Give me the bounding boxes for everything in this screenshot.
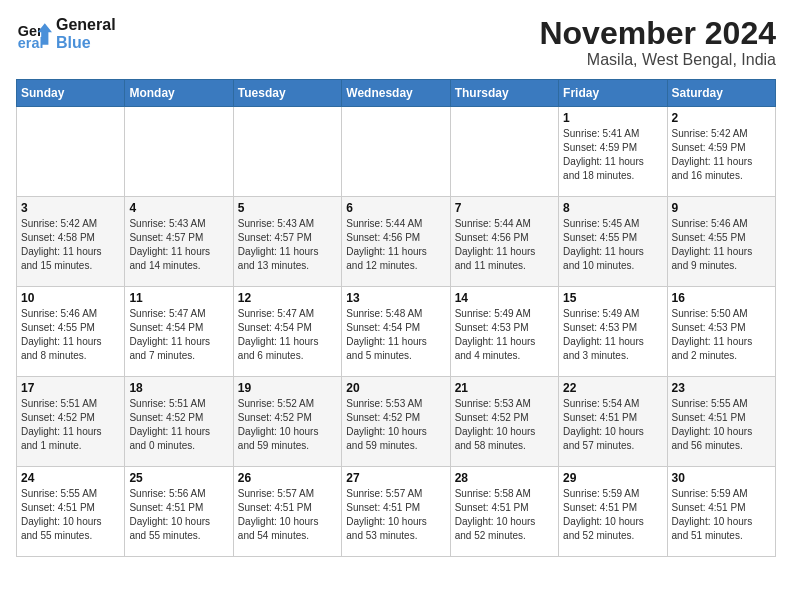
- day-number: 12: [238, 291, 337, 305]
- day-info: Sunrise: 5:57 AM Sunset: 4:51 PM Dayligh…: [346, 487, 445, 543]
- day-info: Sunrise: 5:43 AM Sunset: 4:57 PM Dayligh…: [238, 217, 337, 273]
- day-info: Sunrise: 5:57 AM Sunset: 4:51 PM Dayligh…: [238, 487, 337, 543]
- day-info: Sunrise: 5:56 AM Sunset: 4:51 PM Dayligh…: [129, 487, 228, 543]
- day-info: Sunrise: 5:49 AM Sunset: 4:53 PM Dayligh…: [563, 307, 662, 363]
- day-number: 7: [455, 201, 554, 215]
- day-number: 19: [238, 381, 337, 395]
- calendar-cell: 23Sunrise: 5:55 AM Sunset: 4:51 PM Dayli…: [667, 377, 775, 467]
- calendar-cell: 15Sunrise: 5:49 AM Sunset: 4:53 PM Dayli…: [559, 287, 667, 377]
- day-number: 26: [238, 471, 337, 485]
- calendar-cell: 7Sunrise: 5:44 AM Sunset: 4:56 PM Daylig…: [450, 197, 558, 287]
- calendar-cell: [342, 107, 450, 197]
- weekday-header-friday: Friday: [559, 80, 667, 107]
- day-number: 16: [672, 291, 771, 305]
- day-info: Sunrise: 5:44 AM Sunset: 4:56 PM Dayligh…: [346, 217, 445, 273]
- calendar-cell: 28Sunrise: 5:58 AM Sunset: 4:51 PM Dayli…: [450, 467, 558, 557]
- calendar-cell: 4Sunrise: 5:43 AM Sunset: 4:57 PM Daylig…: [125, 197, 233, 287]
- svg-text:eral: eral: [18, 35, 44, 51]
- day-info: Sunrise: 5:53 AM Sunset: 4:52 PM Dayligh…: [455, 397, 554, 453]
- day-info: Sunrise: 5:51 AM Sunset: 4:52 PM Dayligh…: [129, 397, 228, 453]
- calendar-cell: 29Sunrise: 5:59 AM Sunset: 4:51 PM Dayli…: [559, 467, 667, 557]
- calendar-cell: 24Sunrise: 5:55 AM Sunset: 4:51 PM Dayli…: [17, 467, 125, 557]
- day-info: Sunrise: 5:52 AM Sunset: 4:52 PM Dayligh…: [238, 397, 337, 453]
- calendar-cell: 5Sunrise: 5:43 AM Sunset: 4:57 PM Daylig…: [233, 197, 341, 287]
- week-row-5: 24Sunrise: 5:55 AM Sunset: 4:51 PM Dayli…: [17, 467, 776, 557]
- day-info: Sunrise: 5:45 AM Sunset: 4:55 PM Dayligh…: [563, 217, 662, 273]
- day-number: 14: [455, 291, 554, 305]
- day-info: Sunrise: 5:49 AM Sunset: 4:53 PM Dayligh…: [455, 307, 554, 363]
- day-info: Sunrise: 5:51 AM Sunset: 4:52 PM Dayligh…: [21, 397, 120, 453]
- calendar-cell: 19Sunrise: 5:52 AM Sunset: 4:52 PM Dayli…: [233, 377, 341, 467]
- weekday-header-wednesday: Wednesday: [342, 80, 450, 107]
- day-info: Sunrise: 5:58 AM Sunset: 4:51 PM Dayligh…: [455, 487, 554, 543]
- calendar-cell: 16Sunrise: 5:50 AM Sunset: 4:53 PM Dayli…: [667, 287, 775, 377]
- day-info: Sunrise: 5:59 AM Sunset: 4:51 PM Dayligh…: [672, 487, 771, 543]
- day-number: 5: [238, 201, 337, 215]
- calendar-cell: 13Sunrise: 5:48 AM Sunset: 4:54 PM Dayli…: [342, 287, 450, 377]
- day-number: 9: [672, 201, 771, 215]
- calendar-cell: [233, 107, 341, 197]
- day-number: 4: [129, 201, 228, 215]
- day-number: 13: [346, 291, 445, 305]
- day-info: Sunrise: 5:54 AM Sunset: 4:51 PM Dayligh…: [563, 397, 662, 453]
- day-number: 10: [21, 291, 120, 305]
- day-info: Sunrise: 5:42 AM Sunset: 4:58 PM Dayligh…: [21, 217, 120, 273]
- calendar: SundayMondayTuesdayWednesdayThursdayFrid…: [16, 79, 776, 557]
- calendar-cell: [17, 107, 125, 197]
- month-title: November 2024: [539, 16, 776, 51]
- day-number: 2: [672, 111, 771, 125]
- week-row-4: 17Sunrise: 5:51 AM Sunset: 4:52 PM Dayli…: [17, 377, 776, 467]
- calendar-cell: 20Sunrise: 5:53 AM Sunset: 4:52 PM Dayli…: [342, 377, 450, 467]
- day-number: 20: [346, 381, 445, 395]
- calendar-cell: 10Sunrise: 5:46 AM Sunset: 4:55 PM Dayli…: [17, 287, 125, 377]
- day-number: 25: [129, 471, 228, 485]
- day-number: 22: [563, 381, 662, 395]
- week-row-3: 10Sunrise: 5:46 AM Sunset: 4:55 PM Dayli…: [17, 287, 776, 377]
- logo-line1: General: [56, 16, 116, 34]
- calendar-cell: 26Sunrise: 5:57 AM Sunset: 4:51 PM Dayli…: [233, 467, 341, 557]
- weekday-header-tuesday: Tuesday: [233, 80, 341, 107]
- calendar-cell: 27Sunrise: 5:57 AM Sunset: 4:51 PM Dayli…: [342, 467, 450, 557]
- calendar-cell: 14Sunrise: 5:49 AM Sunset: 4:53 PM Dayli…: [450, 287, 558, 377]
- calendar-cell: 2Sunrise: 5:42 AM Sunset: 4:59 PM Daylig…: [667, 107, 775, 197]
- day-info: Sunrise: 5:55 AM Sunset: 4:51 PM Dayligh…: [21, 487, 120, 543]
- day-number: 17: [21, 381, 120, 395]
- day-number: 8: [563, 201, 662, 215]
- day-number: 11: [129, 291, 228, 305]
- day-info: Sunrise: 5:48 AM Sunset: 4:54 PM Dayligh…: [346, 307, 445, 363]
- calendar-cell: 12Sunrise: 5:47 AM Sunset: 4:54 PM Dayli…: [233, 287, 341, 377]
- logo-line2: Blue: [56, 34, 116, 52]
- day-number: 21: [455, 381, 554, 395]
- day-number: 23: [672, 381, 771, 395]
- day-number: 15: [563, 291, 662, 305]
- weekday-header-thursday: Thursday: [450, 80, 558, 107]
- header: Gen eral General Blue November 2024 Masi…: [16, 16, 776, 69]
- day-number: 6: [346, 201, 445, 215]
- calendar-header: SundayMondayTuesdayWednesdayThursdayFrid…: [17, 80, 776, 107]
- calendar-cell: 11Sunrise: 5:47 AM Sunset: 4:54 PM Dayli…: [125, 287, 233, 377]
- day-info: Sunrise: 5:53 AM Sunset: 4:52 PM Dayligh…: [346, 397, 445, 453]
- location-title: Masila, West Bengal, India: [539, 51, 776, 69]
- calendar-cell: 25Sunrise: 5:56 AM Sunset: 4:51 PM Dayli…: [125, 467, 233, 557]
- title-area: November 2024 Masila, West Bengal, India: [539, 16, 776, 69]
- calendar-cell: 8Sunrise: 5:45 AM Sunset: 4:55 PM Daylig…: [559, 197, 667, 287]
- calendar-cell: 17Sunrise: 5:51 AM Sunset: 4:52 PM Dayli…: [17, 377, 125, 467]
- day-info: Sunrise: 5:55 AM Sunset: 4:51 PM Dayligh…: [672, 397, 771, 453]
- day-number: 30: [672, 471, 771, 485]
- week-row-1: 1Sunrise: 5:41 AM Sunset: 4:59 PM Daylig…: [17, 107, 776, 197]
- day-info: Sunrise: 5:47 AM Sunset: 4:54 PM Dayligh…: [129, 307, 228, 363]
- logo: Gen eral General Blue: [16, 16, 116, 52]
- day-info: Sunrise: 5:44 AM Sunset: 4:56 PM Dayligh…: [455, 217, 554, 273]
- day-info: Sunrise: 5:41 AM Sunset: 4:59 PM Dayligh…: [563, 127, 662, 183]
- day-info: Sunrise: 5:46 AM Sunset: 4:55 PM Dayligh…: [21, 307, 120, 363]
- weekday-header-monday: Monday: [125, 80, 233, 107]
- day-info: Sunrise: 5:50 AM Sunset: 4:53 PM Dayligh…: [672, 307, 771, 363]
- day-number: 18: [129, 381, 228, 395]
- day-number: 29: [563, 471, 662, 485]
- calendar-cell: 9Sunrise: 5:46 AM Sunset: 4:55 PM Daylig…: [667, 197, 775, 287]
- day-number: 1: [563, 111, 662, 125]
- calendar-cell: 22Sunrise: 5:54 AM Sunset: 4:51 PM Dayli…: [559, 377, 667, 467]
- week-row-2: 3Sunrise: 5:42 AM Sunset: 4:58 PM Daylig…: [17, 197, 776, 287]
- calendar-cell: 18Sunrise: 5:51 AM Sunset: 4:52 PM Dayli…: [125, 377, 233, 467]
- calendar-cell: [450, 107, 558, 197]
